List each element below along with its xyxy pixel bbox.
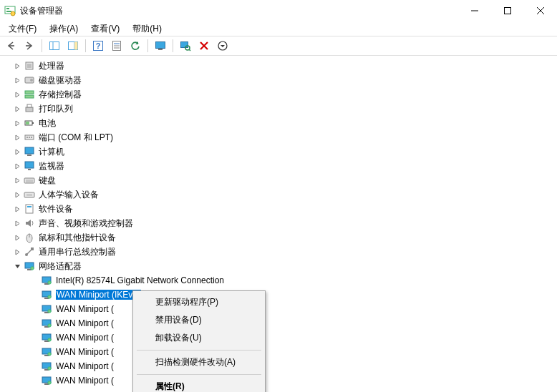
category-item[interactable]: 处理器 <box>0 59 557 73</box>
window-buttons <box>458 0 557 21</box>
tree-item-label: WAN Miniport ( <box>56 347 114 357</box>
svg-rect-36 <box>27 104 32 107</box>
device-item[interactable]: WAN Miniport ( <box>0 373 557 388</box>
back-arrow-icon <box>5 40 16 52</box>
category-item[interactable]: 计算机 <box>0 144 557 159</box>
expand-arrow-icon[interactable] <box>13 106 21 112</box>
expand-arrow-icon[interactable] <box>13 192 21 198</box>
help-button[interactable]: ? <box>89 38 107 54</box>
svg-point-77 <box>48 338 51 341</box>
printer-icon <box>23 103 36 114</box>
expand-arrow-icon[interactable] <box>13 92 21 98</box>
device-item[interactable]: WAN Miniport ( <box>0 302 557 316</box>
category-item-expanded[interactable]: 网络适配器 <box>0 259 557 273</box>
svg-point-62 <box>31 267 34 270</box>
svg-rect-5 <box>505 8 511 14</box>
menu-action[interactable]: 操作(A) <box>45 22 82 36</box>
category-item[interactable]: 鼠标和其他指针设备 <box>0 230 557 245</box>
device-item[interactable]: WAN Miniport ( <box>0 345 557 359</box>
menu-file[interactable]: 文件(F) <box>4 22 41 36</box>
ctx-scan-hardware[interactable]: 扫描检测硬件改动(A) <box>135 353 263 371</box>
category-item[interactable]: 电池 <box>0 116 557 130</box>
display-icon <box>155 40 166 52</box>
expand-arrow-icon[interactable] <box>13 163 21 170</box>
properties-button[interactable] <box>108 38 125 54</box>
refresh-button[interactable] <box>127 38 144 54</box>
device-item[interactable]: Intel(R) 82574L Gigabit Network Connecti… <box>0 273 557 288</box>
uninstall-device-button[interactable] <box>195 38 213 54</box>
category-item[interactable]: 声音、视频和游戏控制器 <box>0 216 557 230</box>
update-driver-button[interactable] <box>152 38 169 54</box>
refresh-icon <box>130 40 141 52</box>
computer-icon <box>23 146 36 157</box>
category-item[interactable]: 端口 (COM 和 LPT) <box>0 130 557 144</box>
back-button[interactable] <box>2 38 19 54</box>
menu-help[interactable]: 帮助(H) <box>128 22 166 36</box>
category-item[interactable]: 磁盘驱动器 <box>0 73 557 87</box>
expand-arrow-icon[interactable] <box>13 120 21 127</box>
tree-item-label: WAN Miniport ( <box>56 318 114 328</box>
category-item[interactable]: 监视器 <box>0 159 557 173</box>
svg-point-41 <box>26 137 28 138</box>
ctx-update-driver[interactable]: 更新驱动程序(P) <box>135 293 263 311</box>
svg-rect-34 <box>25 95 34 98</box>
svg-line-25 <box>189 49 190 51</box>
forward-button[interactable] <box>21 38 38 54</box>
tree-item-label: 人体学输入设备 <box>39 189 99 201</box>
network-icon <box>40 346 53 358</box>
menu-view[interactable]: 查看(V) <box>87 22 124 36</box>
tree-item-label: WAN Miniport ( <box>56 304 114 314</box>
svg-rect-46 <box>25 162 34 168</box>
ctx-properties[interactable]: 属性(R) <box>135 378 263 392</box>
svg-rect-22 <box>158 49 163 50</box>
tree-item-label: WAN Miniport (IKEv2) <box>56 290 141 300</box>
ctx-uninstall-device[interactable]: 卸载设备(U) <box>135 329 263 347</box>
ctx-disable-device[interactable]: 禁用设备(D) <box>135 311 263 329</box>
battery-icon <box>23 117 36 129</box>
tree-item-label: 鼠标和其他指针设备 <box>39 232 116 244</box>
device-item[interactable]: WAN Miniport ( <box>0 316 557 330</box>
expand-arrow-icon[interactable] <box>13 134 21 141</box>
port-icon <box>23 132 36 143</box>
sound-icon <box>23 217 36 229</box>
disable-device-button[interactable] <box>214 38 231 54</box>
storage-icon <box>23 89 36 100</box>
category-item[interactable]: 键盘 <box>0 173 557 187</box>
expand-arrow-icon[interactable] <box>13 235 21 241</box>
category-item[interactable]: 人体学输入设备 <box>0 187 557 202</box>
device-item[interactable]: WAN Miniport (IKEv2) <box>0 288 557 302</box>
show-hide-console-tree-button[interactable] <box>46 38 63 54</box>
close-button[interactable] <box>524 0 557 21</box>
collapse-arrow-icon[interactable] <box>13 263 21 270</box>
tree-item-label: 计算机 <box>39 146 64 158</box>
expand-arrow-icon[interactable] <box>13 206 21 212</box>
device-item[interactable]: WAN Miniport ( <box>0 359 557 373</box>
category-item[interactable]: 软件设备 <box>0 202 557 216</box>
category-item[interactable]: 打印队列 <box>0 102 557 116</box>
properties-sheet-button[interactable] <box>64 38 82 54</box>
device-item[interactable]: WAN Miniport ( <box>0 330 557 345</box>
network-icon <box>40 318 53 329</box>
expand-arrow-icon[interactable] <box>13 149 21 155</box>
expand-arrow-icon[interactable] <box>13 77 21 84</box>
software-icon <box>23 203 36 215</box>
category-item[interactable]: 通用串行总线控制器 <box>0 245 557 259</box>
expand-arrow-icon[interactable] <box>13 249 21 255</box>
tree-item-label: 处理器 <box>39 60 64 72</box>
minimize-button[interactable] <box>458 0 491 21</box>
device-tree[interactable]: 处理器磁盘驱动器存储控制器打印队列电池端口 (COM 和 LPT)计算机监视器键… <box>0 56 557 392</box>
maximize-button[interactable] <box>491 0 524 21</box>
tree-item-label: 端口 (COM 和 LPT) <box>39 132 113 144</box>
svg-rect-30 <box>27 64 32 68</box>
scan-hardware-button[interactable] <box>177 38 194 54</box>
svg-rect-33 <box>25 91 34 94</box>
svg-point-32 <box>30 79 33 82</box>
tree-item-label: 电池 <box>39 117 56 129</box>
expand-arrow-icon[interactable] <box>13 63 21 69</box>
tree-item-label: WAN Miniport ( <box>56 333 114 343</box>
expand-arrow-icon[interactable] <box>13 220 21 227</box>
toolbar-separator <box>42 39 42 52</box>
category-item[interactable]: 存储控制器 <box>0 87 557 102</box>
svg-rect-39 <box>26 122 29 124</box>
expand-arrow-icon[interactable] <box>13 177 21 184</box>
